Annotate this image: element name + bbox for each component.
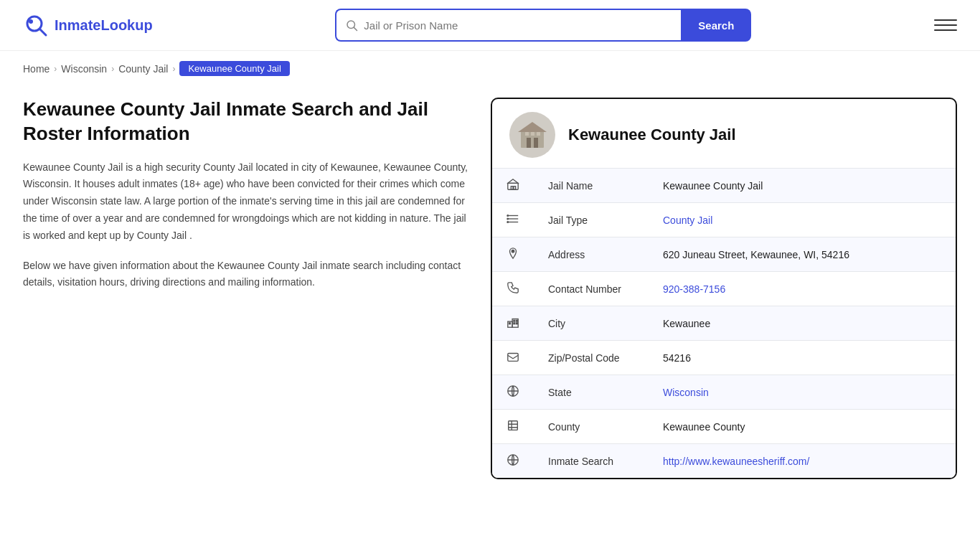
search-input[interactable] — [364, 19, 672, 32]
table-row: StateWisconsin — [492, 375, 956, 410]
svg-rect-7 — [527, 138, 531, 148]
site-header: InmateLookup Search — [0, 0, 980, 51]
svg-rect-14 — [514, 187, 516, 190]
field-value: Kewaunee — [649, 306, 956, 341]
left-column: Kewaunee County Jail Inmate Search and J… — [23, 98, 468, 291]
search-button[interactable]: Search — [681, 9, 751, 42]
table-row: Zip/Postal Code54216 — [492, 341, 956, 375]
logo[interactable]: InmateLookup — [23, 12, 153, 38]
field-value: Kewaunee County — [649, 410, 956, 444]
svg-rect-24 — [509, 323, 511, 324]
city-icon — [492, 306, 534, 341]
menu-button[interactable] — [934, 14, 957, 37]
svg-rect-26 — [517, 320, 518, 321]
field-value[interactable]: County Jail — [649, 203, 956, 237]
svg-rect-25 — [514, 320, 515, 321]
info-table: Jail NameKewaunee County JailJail TypeCo… — [492, 169, 956, 478]
globe-icon — [492, 375, 534, 410]
field-label: State — [534, 375, 649, 410]
svg-rect-27 — [514, 323, 515, 324]
svg-rect-9 — [525, 132, 529, 136]
field-label: Jail Type — [534, 203, 649, 237]
main-content: Kewaunee County Jail Inmate Search and J… — [0, 83, 980, 508]
search-input-wrapper — [335, 9, 681, 42]
logo-icon — [23, 12, 49, 38]
table-row: CountyKewaunee County — [492, 410, 956, 444]
breadcrumb-type[interactable]: County Jail — [118, 63, 168, 75]
field-label: Contact Number — [534, 272, 649, 306]
table-row: Contact Number920-388-7156 — [492, 272, 956, 306]
search-icon — [345, 19, 358, 32]
table-row: Jail NameKewaunee County Jail — [492, 169, 956, 203]
table-row: Address620 Juneau Street, Kewaunee, WI, … — [492, 237, 956, 272]
field-label: County — [534, 410, 649, 444]
page-description-1: Kewaunee County Jail is a high security … — [23, 159, 468, 245]
breadcrumb: Home › Wisconsin › County Jail › Kewaune… — [0, 51, 980, 83]
field-value: 620 Juneau Street, Kewaunee, WI, 54216 — [649, 237, 956, 272]
zip-icon — [492, 341, 534, 375]
hamburger-line-1 — [934, 19, 957, 21]
hamburger-line-3 — [934, 29, 957, 31]
breadcrumb-current: Kewaunee County Jail — [179, 61, 289, 76]
breadcrumb-home[interactable]: Home — [23, 63, 50, 75]
svg-marker-6 — [518, 122, 547, 132]
field-value: Kewaunee County Jail — [649, 169, 956, 203]
search-bar: Search — [335, 9, 751, 42]
svg-line-4 — [354, 27, 357, 30]
field-label: Inmate Search — [534, 444, 649, 479]
field-value[interactable]: Wisconsin — [649, 375, 956, 410]
right-column: Kewaunee County Jail Jail NameKewaunee C… — [491, 98, 957, 479]
table-row: CityKewaunee — [492, 306, 956, 341]
svg-rect-10 — [531, 132, 534, 136]
svg-point-20 — [507, 222, 509, 223]
avatar — [509, 112, 555, 158]
jail-card-title: Kewaunee County Jail — [568, 126, 736, 144]
field-label: Address — [534, 237, 649, 272]
field-value[interactable]: 920-388-7156 — [649, 272, 956, 306]
svg-rect-28 — [517, 323, 518, 324]
logo-text: InmateLookup — [55, 17, 153, 34]
field-label: Jail Name — [534, 169, 649, 203]
field-value: 54216 — [649, 341, 956, 375]
list-icon — [492, 203, 534, 237]
svg-point-2 — [29, 19, 33, 24]
svg-rect-11 — [537, 132, 540, 136]
jail-card-header: Kewaunee County Jail — [492, 99, 956, 169]
breadcrumb-sep-2: › — [111, 64, 114, 74]
county-icon — [492, 410, 534, 444]
svg-point-21 — [512, 250, 514, 253]
svg-point-18 — [507, 215, 509, 217]
field-label: Zip/Postal Code — [534, 341, 649, 375]
svg-rect-31 — [509, 421, 518, 430]
search-globe-icon — [492, 444, 534, 479]
breadcrumb-sep-1: › — [54, 64, 57, 74]
field-label: City — [534, 306, 649, 341]
table-row: Jail TypeCounty Jail — [492, 203, 956, 237]
breadcrumb-state[interactable]: Wisconsin — [61, 63, 107, 75]
breadcrumb-sep-3: › — [172, 64, 175, 74]
building-icon — [515, 118, 550, 152]
page-title: Kewaunee County Jail Inmate Search and J… — [23, 98, 468, 146]
svg-point-19 — [507, 218, 509, 220]
svg-rect-13 — [511, 187, 513, 190]
phone-icon — [492, 272, 534, 306]
hamburger-line-2 — [934, 24, 957, 26]
page-description-2: Below we have given information about th… — [23, 258, 468, 292]
pin-icon — [492, 237, 534, 272]
table-row: Inmate Searchhttp://www.kewauneesheriff.… — [492, 444, 956, 479]
jail-card: Kewaunee County Jail Jail NameKewaunee C… — [491, 98, 957, 479]
svg-line-1 — [39, 29, 46, 35]
jail-icon — [492, 169, 534, 203]
svg-rect-29 — [508, 354, 518, 362]
svg-rect-8 — [534, 138, 538, 148]
field-value[interactable]: http://www.kewauneesheriff.com/ — [649, 444, 956, 479]
